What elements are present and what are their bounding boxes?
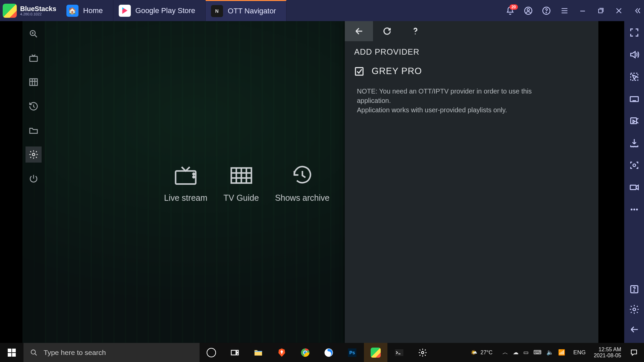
svg-rect-4 [599, 9, 602, 13]
provider-item-grey-pro[interactable]: GREY PRO [345, 57, 598, 79]
svg-point-3 [546, 12, 547, 13]
minimize-icon[interactable] [578, 6, 587, 15]
onedrive-icon[interactable]: ☁ [513, 349, 519, 356]
ott-icon: N [211, 5, 223, 17]
task-browser-alt[interactable] [317, 343, 340, 362]
tile-label: Live stream [164, 193, 207, 203]
task-file-explorer[interactable] [247, 343, 270, 362]
tab-label: Google Play Store [136, 6, 196, 15]
system-tray[interactable]: ︿ ☁ ▭ ⌨ 🔈 📶 [499, 349, 569, 356]
task-cortana[interactable] [200, 343, 223, 362]
taskbar-search[interactable]: Type here to search [23, 343, 200, 362]
hamburger-menu-icon[interactable] [560, 6, 569, 15]
panel-note: NOTE: You need an OTT/IPTV provider in o… [345, 79, 559, 115]
tile-label: TV Guide [223, 193, 259, 203]
record-icon[interactable] [629, 182, 640, 193]
cursor-lock-icon[interactable] [629, 71, 640, 82]
svg-point-12 [633, 208, 635, 210]
screenshot-icon[interactable] [629, 160, 640, 171]
volume-icon[interactable] [629, 49, 640, 60]
chevron-up-icon[interactable]: ︿ [502, 349, 508, 356]
brave-icon [277, 348, 287, 358]
svg-rect-10 [630, 185, 636, 189]
sidepanel-back-icon[interactable] [629, 324, 640, 335]
svg-point-16 [633, 308, 636, 311]
weather-widget[interactable]: 🌤️ 27°C [465, 349, 498, 356]
svg-rect-29 [231, 350, 236, 355]
search-placeholder: Type here to search [44, 349, 106, 357]
tile-shows-archive[interactable]: Shows archive [275, 164, 330, 203]
install-apk-icon[interactable]: APK [629, 138, 640, 148]
svg-text:APK: APK [631, 145, 637, 148]
collapse-sidepanel-icon[interactable] [631, 0, 644, 21]
nav-history[interactable] [25, 98, 42, 114]
note-line: NOTE: You need an OTT/IPTV provider in o… [357, 86, 547, 105]
close-icon[interactable] [614, 6, 623, 15]
account-icon[interactable] [524, 6, 533, 15]
nav-folder[interactable] [25, 122, 42, 138]
titlebar-controls: 20 [506, 0, 631, 21]
svg-rect-18 [30, 56, 38, 61]
svg-point-15 [634, 291, 634, 291]
bluestacks-titlebar: BlueStacks 4.280.0.1022 🏠 Home Google Pl… [0, 0, 644, 21]
letterbox-left [0, 21, 22, 343]
svg-rect-19 [30, 79, 38, 85]
taskview-icon [230, 348, 239, 357]
action-center-icon[interactable] [626, 349, 642, 357]
tab-ott-navigator[interactable]: N OTT Navigator [206, 0, 286, 21]
battery-icon[interactable]: ▭ [523, 349, 529, 356]
terminal-icon [394, 348, 404, 358]
svg-point-39 [422, 351, 424, 354]
windows-logo-icon [8, 349, 16, 357]
notifications-icon[interactable]: 20 [506, 6, 515, 15]
panel-help-button[interactable] [401, 21, 429, 41]
nav-settings[interactable] [25, 146, 42, 163]
task-terminal[interactable] [387, 343, 411, 362]
wifi-icon[interactable]: 📶 [558, 349, 565, 356]
nav-tv[interactable] [25, 50, 42, 66]
taskbar-tray: 🌤️ 27°C ︿ ☁ ▭ ⌨ 🔈 📶 ENG 12:55 AM 2021-08… [465, 343, 644, 362]
svg-point-20 [32, 153, 35, 156]
nav-power[interactable] [25, 171, 42, 187]
task-photoshop[interactable]: Ps [340, 343, 364, 362]
bluestacks-sidepanel: APK [624, 21, 644, 343]
gear-icon [418, 348, 427, 357]
maximize-icon[interactable] [596, 6, 605, 15]
panel-back-button[interactable] [345, 21, 373, 41]
sidepanel-help-icon[interactable] [629, 284, 640, 295]
tv-icon [173, 164, 198, 186]
panel-refresh-button[interactable] [373, 21, 401, 41]
sidepanel-settings-icon[interactable] [629, 304, 640, 315]
start-button[interactable] [0, 343, 23, 362]
tab-home[interactable]: 🏠 Home [61, 0, 113, 21]
task-chrome[interactable] [293, 343, 317, 362]
task-taskview[interactable] [223, 343, 247, 362]
taskbar-clock[interactable]: 12:55 AM 2021-08-05 [590, 347, 625, 359]
nav-search[interactable] [25, 26, 42, 42]
fullscreen-icon[interactable] [629, 27, 640, 38]
more-icon[interactable] [629, 204, 640, 215]
ott-app: 01:55 Thursday, 5 August Live stream TV … [22, 21, 598, 343]
task-brave[interactable] [270, 343, 293, 362]
nav-guide[interactable] [25, 74, 42, 90]
keyboard-icon[interactable] [629, 94, 640, 104]
tab-google-play[interactable]: Google Play Store [113, 0, 206, 21]
task-settings[interactable] [411, 343, 434, 362]
add-provider-panel: ADD PROVIDER GREY PRO NOTE: You need an … [345, 21, 598, 343]
weather-icon: 🌤️ [471, 349, 477, 356]
tile-tv-guide[interactable]: TV Guide [223, 164, 259, 203]
sound-icon[interactable]: 🔈 [546, 349, 553, 356]
note-line: Application works with user-provided pla… [357, 105, 547, 115]
bluestacks-name: BlueStacks [20, 5, 56, 12]
ott-side-nav [22, 21, 45, 343]
tile-label: Shows archive [275, 193, 330, 203]
svg-point-1 [527, 8, 530, 11]
task-bluestacks[interactable] [364, 343, 387, 362]
provider-name: GREY PRO [372, 66, 422, 76]
tab-label: OTT Navigator [228, 7, 276, 15]
language-indicator[interactable]: ENG [570, 349, 589, 356]
help-icon[interactable] [542, 6, 551, 15]
keyboard-tray-icon[interactable]: ⌨ [533, 349, 542, 356]
media-sync-icon[interactable] [629, 116, 640, 126]
tile-live-stream[interactable]: Live stream [164, 164, 207, 203]
